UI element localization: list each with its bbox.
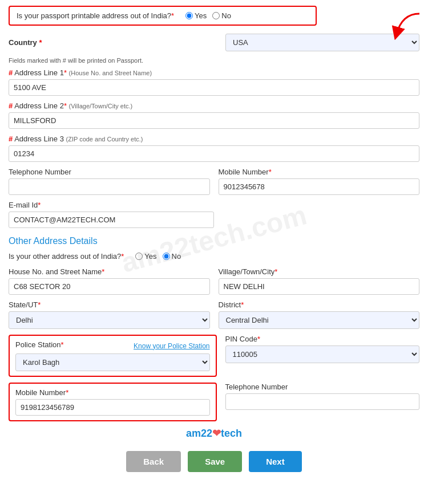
- passport-no-radio[interactable]: [212, 12, 220, 19]
- tel-mobile-row: Telephone Number Mobile Number*: [9, 168, 419, 195]
- other-address-question-row: Is your other address out of India?* Yes…: [9, 252, 419, 261]
- address-line3-input[interactable]: [9, 145, 419, 162]
- state-select[interactable]: Delhi Maharashtra Karnataka Tamil Nadu: [9, 311, 210, 329]
- police-pin-row: Police Station* Know your Police Station…: [9, 335, 419, 377]
- police-header: Police Station* Know your Police Station: [15, 340, 210, 351]
- house-no-input[interactable]: [9, 278, 210, 295]
- village-label: Village/Town/City*: [219, 267, 420, 276]
- telephone2-input[interactable]: [225, 393, 420, 410]
- address-line1-input[interactable]: [9, 79, 419, 96]
- mobile-group: Mobile Number*: [219, 168, 420, 195]
- other-address-question-text: Is your other address out of India?*: [9, 252, 124, 261]
- mobile2-tel2-row: Mobile Number* Telephone Number: [9, 383, 419, 421]
- other-no-radio[interactable]: [163, 253, 170, 260]
- police-station-label: Police Station*: [15, 340, 64, 349]
- telephone2-group: Telephone Number: [225, 383, 420, 421]
- next-button[interactable]: Next: [249, 451, 302, 472]
- passport-question-box: Is your passport printable address out o…: [9, 6, 317, 26]
- button-row: Back Save Next: [9, 451, 419, 472]
- mobile2-label: Mobile Number*: [15, 388, 210, 397]
- country-row: Country * USA India UK Canada Australia: [9, 34, 419, 51]
- mobile-label: Mobile Number*: [219, 168, 420, 176]
- email-input[interactable]: [9, 212, 214, 228]
- village-group: Village/Town/City*: [219, 267, 420, 295]
- mobile-input[interactable]: [219, 178, 420, 195]
- house-no-label: House No. and Street Name*: [9, 267, 210, 276]
- other-no-label[interactable]: No: [163, 252, 181, 261]
- address-line3-group: # Address Line 3 (ZIP code and Country e…: [9, 135, 419, 162]
- telephone-label: Telephone Number: [9, 168, 210, 176]
- village-input[interactable]: [219, 278, 420, 295]
- email-label: E-mail Id*: [9, 201, 214, 209]
- passport-question-text: Is your passport printable address out o…: [17, 11, 174, 20]
- passport-note: Fields marked with # will be printed on …: [9, 57, 419, 64]
- state-district-row: State/UT* Delhi Maharashtra Karnataka Ta…: [9, 300, 419, 329]
- other-yes-radio[interactable]: [135, 253, 143, 260]
- country-select[interactable]: USA India UK Canada Australia: [225, 34, 419, 51]
- address-line3-label: # Address Line 3 (ZIP code and Country e…: [9, 135, 419, 143]
- other-address-title: Other Address Details: [9, 236, 419, 246]
- mobile2-input[interactable]: [15, 399, 210, 416]
- save-button[interactable]: Save: [188, 451, 242, 472]
- pin-code-select[interactable]: 110005 110001 110006 110020: [225, 346, 420, 363]
- address-line1-group: # Address Line 1* (House No. and Street …: [9, 68, 419, 96]
- telephone2-label: Telephone Number: [225, 383, 420, 391]
- email-group: E-mail Id*: [9, 201, 214, 228]
- know-police-link[interactable]: Know your Police Station: [134, 342, 209, 350]
- police-station-group: Police Station* Know your Police Station…: [9, 335, 217, 377]
- district-select[interactable]: Central Delhi North Delhi South Delhi Ea…: [219, 311, 420, 329]
- telephone-input[interactable]: [9, 178, 210, 195]
- am22tech-logo: am22❤tech: [9, 427, 419, 440]
- pin-code-group: PIN Code* 110005 110001 110006 110020: [225, 335, 420, 377]
- other-yes-label[interactable]: Yes: [135, 252, 156, 261]
- mobile2-group: Mobile Number*: [9, 383, 217, 421]
- passport-no-label[interactable]: No: [212, 11, 231, 20]
- passport-yes-radio[interactable]: [185, 12, 193, 19]
- house-no-group: House No. and Street Name*: [9, 267, 210, 295]
- country-label: Country *: [9, 38, 54, 47]
- state-group: State/UT* Delhi Maharashtra Karnataka Ta…: [9, 300, 210, 329]
- address-line2-input[interactable]: [9, 112, 419, 129]
- address-line1-label: # Address Line 1* (House No. and Street …: [9, 68, 419, 77]
- house-village-row: House No. and Street Name* Village/Town/…: [9, 267, 419, 295]
- telephone-group: Telephone Number: [9, 168, 210, 195]
- address-line2-label: # Address Line 2* (Village/Town/City etc…: [9, 101, 419, 110]
- police-station-select[interactable]: Karol Bagh Connaught Place Janakpuri Roh…: [15, 353, 210, 371]
- district-label: District*: [219, 300, 420, 309]
- district-group: District* Central Delhi North Delhi Sout…: [219, 300, 420, 329]
- passport-radio-group: Yes No: [185, 11, 231, 20]
- passport-yes-label[interactable]: Yes: [185, 11, 207, 20]
- back-button[interactable]: Back: [126, 451, 181, 472]
- state-label: State/UT*: [9, 300, 210, 309]
- other-address-radio-group: Yes No: [135, 252, 181, 261]
- pin-code-label: PIN Code*: [225, 335, 420, 343]
- address-line2-group: # Address Line 2* (Village/Town/City etc…: [9, 101, 419, 129]
